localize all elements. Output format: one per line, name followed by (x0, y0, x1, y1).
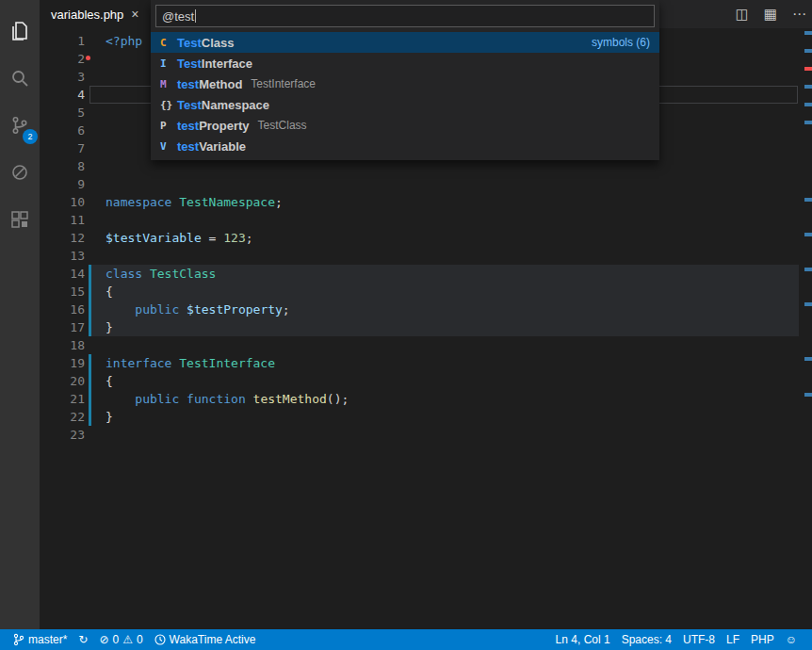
split-editor-icon[interactable]: ◫ (736, 6, 749, 23)
toggle-layout-icon[interactable]: ▦ (764, 6, 777, 23)
line-number[interactable]: 9 (40, 175, 85, 193)
line-number[interactable]: 20 (40, 372, 85, 390)
activity-debug[interactable] (0, 149, 40, 196)
ruler-decoration (804, 198, 812, 202)
line-content (85, 122, 106, 139)
extensions-icon (8, 208, 31, 231)
line-number[interactable]: 13 (40, 247, 85, 265)
activity-source-control[interactable]: 2 (0, 102, 40, 149)
smiley-icon: ☺ (786, 629, 797, 650)
activity-search[interactable] (0, 55, 40, 102)
line-content: { (85, 372, 113, 390)
line-number[interactable]: 15 (40, 283, 85, 301)
code-line-23[interactable]: 23 (40, 426, 803, 444)
indentation-status[interactable]: Spaces: 4 (616, 629, 677, 650)
sync-button[interactable]: ↻ (73, 629, 93, 650)
line-content: class TestClass (85, 265, 216, 283)
line-number[interactable]: 14 (40, 265, 85, 283)
cursor-position-status[interactable]: Ln 4, Col 1 (550, 629, 616, 650)
language-status[interactable]: PHP (745, 629, 780, 650)
eol-status[interactable]: LF (721, 629, 745, 650)
line-number[interactable]: 10 (40, 193, 85, 211)
line-number[interactable]: 23 (40, 426, 85, 444)
explorer-icon (8, 20, 31, 42)
line-content (85, 68, 106, 86)
eol-label: LF (726, 633, 739, 646)
problems-status[interactable]: ⊘ 0 ⚠ 0 (93, 629, 148, 650)
code-line-17[interactable]: 17} (40, 318, 803, 336)
method-icon: M (160, 78, 177, 90)
wakatime-status[interactable]: WakaTime Active (149, 629, 262, 650)
activity-extensions[interactable] (0, 196, 40, 243)
line-number[interactable]: 16 (40, 301, 85, 318)
line-content: } (85, 408, 113, 426)
ruler-decoration (804, 121, 812, 124)
line-number[interactable]: 7 (40, 139, 85, 157)
more-actions-icon[interactable]: ⋯ (792, 6, 806, 23)
code-line-19[interactable]: 19interface TestInterface (40, 354, 803, 372)
feedback-button[interactable]: ☺ (780, 629, 803, 650)
overview-ruler[interactable] (804, 28, 812, 629)
tab-close-icon[interactable]: × (131, 8, 138, 21)
code-line-9[interactable]: 9 (40, 175, 803, 193)
sync-icon: ↻ (78, 629, 88, 650)
encoding-status[interactable]: UTF-8 (677, 629, 721, 650)
line-content: <?php (85, 32, 142, 50)
line-number[interactable]: 17 (40, 318, 85, 336)
quick-open-input[interactable]: @test (155, 5, 655, 27)
code-line-18[interactable]: 18 (40, 336, 803, 354)
class-icon: C (160, 37, 177, 49)
symbol-name: TestNamespace (177, 98, 269, 112)
line-number[interactable]: 2 (40, 50, 85, 68)
git-branch-status[interactable]: master* (8, 629, 73, 650)
symbol-detail: TestInterface (251, 77, 316, 90)
code-line-21[interactable]: 21 public function testMethod(); (40, 390, 803, 408)
quick-open-item-TestClass[interactable]: CTestClasssymbols (6) (151, 32, 659, 53)
line-number[interactable]: 21 (40, 390, 85, 408)
line-number[interactable]: 12 (40, 229, 85, 247)
scm-badge: 2 (23, 129, 38, 144)
code-line-15[interactable]: 15{ (40, 283, 803, 301)
quick-open-item-testProperty[interactable]: PtestPropertyTestClass (151, 115, 659, 136)
line-content: namespace TestNamespace; (85, 193, 283, 211)
language-label: PHP (751, 633, 774, 646)
line-number[interactable]: 1 (40, 32, 85, 50)
ruler-decoration (804, 233, 812, 236)
quick-open-item-TestNamespace[interactable]: {}TestNamespace (151, 94, 659, 115)
quick-open-item-testVariable[interactable]: VtestVariable (151, 136, 659, 156)
line-number[interactable]: 11 (40, 211, 85, 229)
line-content: { (85, 283, 113, 301)
line-number[interactable]: 8 (40, 157, 85, 175)
tab-variables-php[interactable]: variables.php × (40, 0, 151, 28)
code-line-10[interactable]: 10namespace TestNamespace; (40, 193, 803, 211)
line-number[interactable]: 22 (40, 408, 85, 426)
code-line-11[interactable]: 11 (40, 211, 803, 229)
cursor-position-label: Ln 4, Col 1 (556, 633, 610, 646)
code-line-22[interactable]: 22} (40, 408, 803, 426)
line-number[interactable]: 6 (40, 122, 85, 139)
line-number[interactable]: 5 (40, 104, 85, 122)
activity-explorer[interactable] (0, 8, 40, 55)
quick-open-item-TestInterface[interactable]: ITestInterface (151, 53, 659, 73)
quick-open-item-testMethod[interactable]: MtestMethodTestInterface (151, 73, 659, 94)
line-content (85, 86, 106, 104)
indentation-label: Spaces: 4 (622, 633, 672, 646)
namespace-icon: {} (160, 99, 177, 111)
ruler-decoration (804, 67, 812, 71)
ruler-decoration (804, 103, 812, 106)
symbol-name: TestInterface (177, 57, 252, 71)
line-number[interactable]: 4 (40, 86, 85, 104)
variable-icon: V (160, 140, 177, 153)
code-line-14[interactable]: 14class TestClass (40, 265, 803, 283)
line-number[interactable]: 18 (40, 336, 85, 354)
line-content: interface TestInterface (85, 354, 275, 372)
quick-open-widget: @test CTestClasssymbols (6)ITestInterfac… (151, 0, 659, 160)
code-line-12[interactable]: 12$testVariable = 123; (40, 229, 803, 247)
line-number[interactable]: 19 (40, 354, 85, 372)
code-line-20[interactable]: 20{ (40, 372, 803, 390)
code-line-13[interactable]: 13 (40, 247, 803, 265)
activity-bar: 2 (0, 0, 40, 629)
code-line-16[interactable]: 16 public $testProperty; (40, 301, 803, 318)
line-number[interactable]: 3 (40, 68, 85, 86)
encoding-label: UTF-8 (683, 633, 715, 646)
